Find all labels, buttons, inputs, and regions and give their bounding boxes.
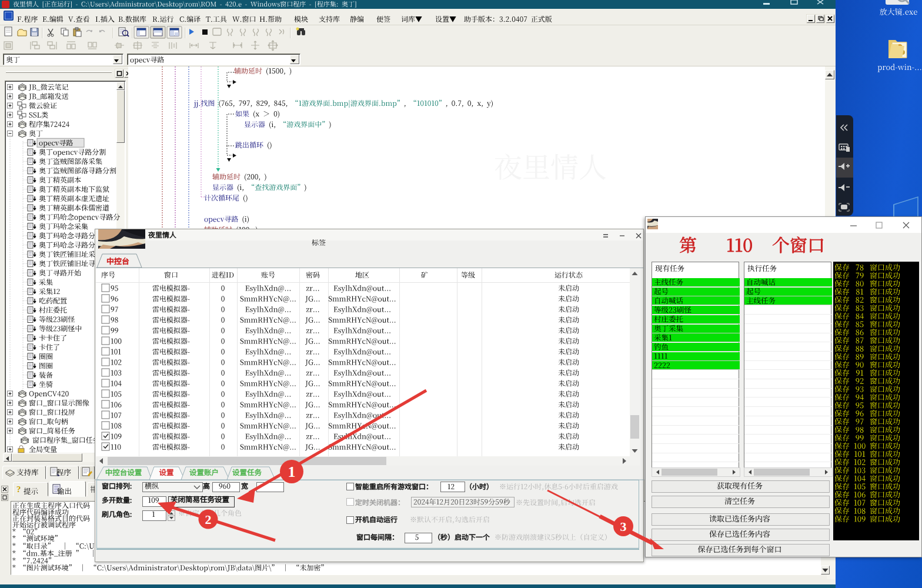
svg-text:1: 1	[288, 463, 296, 480]
svg-text:3: 3	[620, 519, 627, 534]
svg-text:2: 2	[205, 512, 212, 527]
